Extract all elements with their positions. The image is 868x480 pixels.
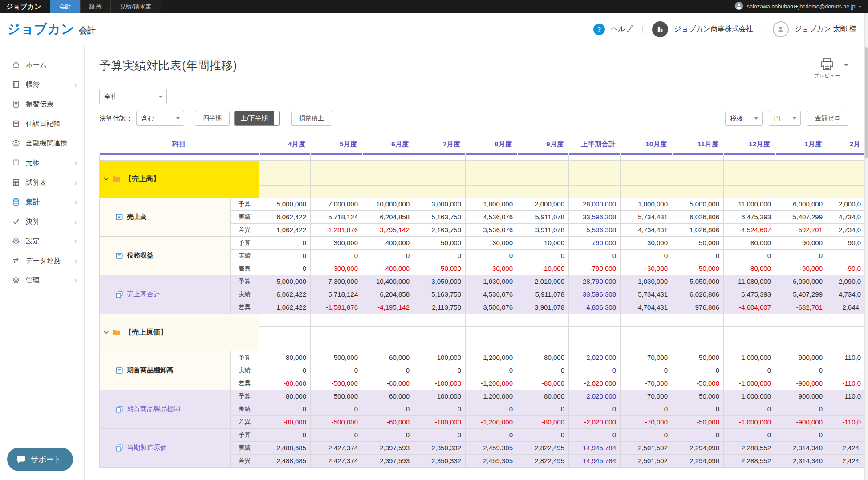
- measure-label: 予算: [231, 198, 259, 210]
- sidebar-item[interactable]: 振替伝票: [0, 94, 84, 114]
- vertical-scrollbar[interactable]: [864, 13, 868, 480]
- value-cell: 0: [775, 364, 827, 377]
- value-cell: 10,000: [517, 236, 569, 249]
- chevron-right-icon: ›: [74, 178, 77, 186]
- section-empty-cell: [414, 173, 466, 185]
- section-empty-cell: [414, 339, 466, 351]
- total-name-cell[interactable]: 売上高合計: [100, 275, 231, 314]
- account-name-cell[interactable]: 役務収益: [100, 236, 231, 275]
- column-header: 12月度: [724, 134, 775, 155]
- table-body: 【売上高】売上高予算5,000,0007,000,00010,000,0003,…: [100, 155, 865, 467]
- value-cell: 80,000: [259, 351, 311, 364]
- profit-stack-button[interactable]: 損益積上: [291, 111, 332, 126]
- sidebar-item[interactable]: 元帳 ›: [0, 153, 84, 173]
- value-cell: [827, 249, 865, 262]
- help-link[interactable]: ヘルプ: [611, 24, 633, 34]
- sidebar-item[interactable]: 設定 ›: [0, 231, 84, 251]
- company-name[interactable]: ジョブカン商事株式会社: [674, 24, 753, 34]
- sidebar-item[interactable]: 仕訳日記帳: [0, 114, 84, 133]
- value-cell: -3,795,142: [362, 223, 414, 236]
- tax-select[interactable]: 税抜: [725, 111, 763, 126]
- value-cell: 28,790,000: [569, 275, 621, 288]
- scope-select[interactable]: 全社: [99, 89, 167, 104]
- measure-label: 差異: [231, 301, 259, 314]
- section-empty-cell: [724, 314, 775, 326]
- value-cell: 2,288,552: [724, 454, 775, 467]
- total-name-cell[interactable]: 期首商品製品棚卸: [100, 390, 231, 428]
- section-empty-cell: [259, 326, 311, 339]
- support-label: サポート: [31, 454, 61, 464]
- chevron-right-icon: ›: [74, 159, 77, 167]
- scrollbar-thumb[interactable]: [865, 47, 868, 158]
- value-cell: 900,000: [775, 351, 827, 364]
- section-header-cell[interactable]: 【売上原価】: [100, 314, 259, 351]
- sidebar-item[interactable]: 管理 ›: [0, 270, 84, 290]
- value-cell: -400,000: [362, 262, 414, 275]
- value-cell: 0: [259, 403, 311, 415]
- value-cell: -110,0: [827, 377, 865, 390]
- value-cell: 3,506,076: [466, 301, 517, 314]
- transfer-slip-icon: [12, 100, 20, 109]
- ledger-icon: [12, 159, 20, 167]
- account-label: 売上高: [127, 213, 147, 221]
- section-empty-cell: [621, 160, 672, 173]
- value-cell: -30,000: [621, 262, 672, 275]
- value-cell: 50,000: [672, 390, 724, 403]
- value-cell: -1,281,876: [311, 223, 362, 236]
- user-name[interactable]: ジョブカン 太郎 様: [795, 24, 856, 34]
- support-button[interactable]: サポート: [7, 448, 73, 471]
- account-name-cell[interactable]: 期首商品棚卸高: [100, 351, 231, 390]
- value-cell: 0: [311, 428, 362, 441]
- company-icon: [652, 21, 668, 37]
- account-menu[interactable]: shiozawa.nobuharu+jbcdemo@donuts.ne.jp ▾: [734, 0, 861, 13]
- value-cell: 60,000: [362, 351, 414, 364]
- value-cell: -80,000: [259, 415, 311, 428]
- topbar-tab[interactable]: 会計: [50, 0, 81, 13]
- brand-product: 会計: [79, 25, 96, 36]
- value-cell: -790,000: [569, 262, 621, 275]
- column-header: 6月度: [362, 134, 414, 155]
- value-cell: 6,026,806: [672, 288, 724, 301]
- account-name-cell[interactable]: 売上高: [100, 198, 231, 236]
- value-cell: -10,000: [517, 262, 569, 275]
- value-cell: 0: [259, 364, 311, 377]
- help-icon[interactable]: ?: [593, 24, 605, 35]
- value-cell: 3,000,000: [414, 198, 466, 210]
- caret-down-icon[interactable]: [844, 64, 848, 69]
- data-row: 期首商品製品棚卸予算80,000500,00060,000100,0001,20…: [100, 390, 865, 403]
- half-period-toggle[interactable]: 上/下半期: [234, 111, 280, 126]
- value-cell: 30,000: [466, 236, 517, 249]
- section-empty-cell: [259, 160, 311, 173]
- sidebar-item[interactable]: ホーム: [0, 55, 84, 75]
- value-cell: 2,734,0: [827, 223, 865, 236]
- sidebar-item[interactable]: 金融機関連携: [0, 133, 84, 153]
- topbar-tab[interactable]: 証憑: [80, 0, 111, 13]
- tax-select-value: 税抜: [730, 114, 743, 123]
- section-row: 【売上高】: [100, 160, 865, 173]
- section-empty-cell: [775, 314, 827, 326]
- print-preview[interactable]: プレビュー: [814, 58, 848, 79]
- brand-logo[interactable]: ジョブカン: [7, 20, 74, 38]
- value-cell: 7,000,000: [311, 198, 362, 210]
- settlement-select[interactable]: 含む: [136, 111, 184, 126]
- unit-select[interactable]: 円: [769, 111, 801, 126]
- sidebar-item[interactable]: 集計 ›: [0, 192, 84, 212]
- quarter-button[interactable]: 四半期: [195, 111, 230, 126]
- value-cell: 33,596,308: [569, 288, 621, 301]
- value-cell: 6,090,000: [775, 275, 827, 288]
- value-cell: 0: [517, 249, 569, 262]
- sidebar-item[interactable]: 帳簿 ›: [0, 75, 84, 94]
- measure-label: 実績: [231, 210, 259, 223]
- zero-amount-button[interactable]: 金額ゼロ: [807, 111, 848, 126]
- sidebar-item[interactable]: 試算表 ›: [0, 173, 84, 192]
- measure-label: 予算: [231, 351, 259, 364]
- value-cell: 0: [311, 249, 362, 262]
- value-cell: 5,000,000: [672, 198, 724, 210]
- total-name-cell[interactable]: 当期製造原価: [100, 428, 231, 467]
- topbar-tab[interactable]: 見積/請求書: [110, 0, 161, 13]
- sidebar-item[interactable]: データ連携 ›: [0, 251, 84, 270]
- sidebar-item[interactable]: 決算 ›: [0, 212, 84, 231]
- section-header-cell[interactable]: 【売上高】: [100, 160, 259, 198]
- scope-row: 全社: [99, 89, 868, 104]
- value-cell: 0: [259, 236, 311, 249]
